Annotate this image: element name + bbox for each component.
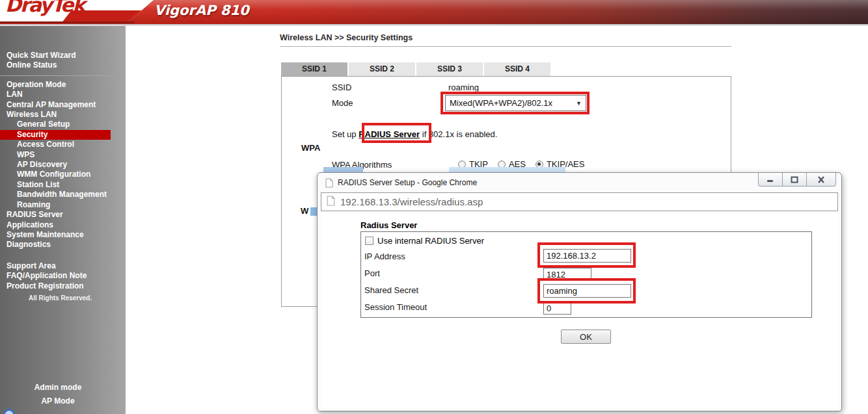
radius-popup-window: RADIUS Server Setup - Google Chrome 192.… xyxy=(317,172,842,411)
admin-mode-label: Admin mode xyxy=(0,381,116,395)
status-orb-icon xyxy=(3,409,15,414)
address-bar-url: 192.168.13.3/wireless/radius.asp xyxy=(340,196,483,207)
wpa-section-label: WPA xyxy=(301,143,320,153)
minimize-button[interactable] xyxy=(758,173,783,187)
chevron-down-icon: ▼ xyxy=(576,100,582,107)
session-timeout-input[interactable] xyxy=(543,302,571,315)
ssid-label: SSID xyxy=(332,83,351,92)
ssid-tabs: SSID 1 SSID 2 SSID 3 SSID 4 xyxy=(281,62,550,76)
sidebar-item-support-area[interactable]: Support Area xyxy=(0,261,126,271)
radius-server-link[interactable]: RADIUS Server xyxy=(359,129,420,139)
close-icon xyxy=(817,176,825,183)
sidebar-item-general-setup[interactable]: General Setup xyxy=(0,120,126,129)
close-button[interactable] xyxy=(806,173,836,187)
note-prefix: Set up xyxy=(332,129,359,139)
maximize-button[interactable] xyxy=(782,173,807,187)
brand-logo-text: DrayTek xyxy=(5,0,84,16)
shared-secret-input[interactable] xyxy=(543,284,631,298)
shared-secret-label: Shared Secret xyxy=(364,285,418,295)
radius-server-groupbox: Use internal RADIUS Server IP Address Po… xyxy=(360,231,812,318)
sidebar-item-wps[interactable]: WPS xyxy=(0,150,126,160)
sidebar-item-wmm-configuration[interactable]: WMM Configuration xyxy=(0,170,126,179)
popup-content: Radius Server Use internal RADIUS Server… xyxy=(321,211,838,408)
tab-ssid-3[interactable]: SSID 3 xyxy=(416,62,483,76)
sidebar-item-quick-start-wizard[interactable]: Quick Start Wizard xyxy=(0,51,126,60)
breadcrumb-rule xyxy=(280,46,731,47)
mode-label: Mode xyxy=(332,98,353,108)
logo-underline xyxy=(0,21,134,23)
sidebar-item-faq-application-note[interactable]: FAQ/Application Note xyxy=(0,271,126,281)
port-input[interactable] xyxy=(543,268,591,281)
sidebar-item-central-ap-management[interactable]: Central AP Management xyxy=(0,100,126,110)
sidebar-item-lan[interactable]: LAN xyxy=(0,90,126,99)
sidebar-item-roaming[interactable]: Roaming xyxy=(0,200,126,210)
mode-select-value: Mixed(WPA+WPA2)/802.1x xyxy=(450,98,552,108)
use-internal-radius-label: Use internal RADIUS Server xyxy=(377,236,484,246)
screen: DrayTek VigorAP 810 Quick Start Wizard O… xyxy=(0,0,868,414)
sidebar-item-radius-server[interactable]: RADIUS Server xyxy=(0,210,126,220)
tab-ssid-2[interactable]: SSID 2 xyxy=(349,62,415,76)
rights-reserved-note: All Rights Reserved. xyxy=(0,294,126,303)
radius-setup-note: Set up RADIUS Server if 802.1x is enable… xyxy=(332,129,497,139)
sidebar-divider xyxy=(0,75,115,76)
tab-ssid-1[interactable]: SSID 1 xyxy=(281,62,347,76)
session-timeout-label: Session Timeout xyxy=(364,302,427,312)
product-title: VigorAP 810 xyxy=(154,3,249,18)
ap-mode-link[interactable]: AP Mode xyxy=(0,395,116,408)
window-controls xyxy=(759,173,836,187)
sidebar-item-ap-discovery[interactable]: AP Discovery xyxy=(0,160,126,170)
banner-edge xyxy=(0,24,868,26)
address-bar[interactable]: 192.168.13.3/wireless/radius.asp xyxy=(321,192,838,211)
popup-title-bar[interactable]: RADIUS Server Setup - Google Chrome xyxy=(318,173,841,192)
sidebar-item-system-maintenance[interactable]: System Maintenance xyxy=(0,230,126,240)
sidebar-item-wireless-lan[interactable]: Wireless LAN xyxy=(0,110,126,120)
sidebar-item-diagnostics[interactable]: Diagnostics xyxy=(0,240,126,250)
ip-address-input[interactable] xyxy=(543,249,631,263)
sidebar-item-online-status[interactable]: Online Status xyxy=(0,60,126,70)
breadcrumb: Wireless LAN >> Security Settings xyxy=(280,33,413,42)
port-label: Port xyxy=(364,268,380,278)
sidebar: Quick Start Wizard Online Status Operati… xyxy=(0,26,126,414)
sidebar-item-station-list[interactable]: Station List xyxy=(0,180,126,190)
ssid-value: roaming xyxy=(448,83,479,92)
sidebar-item-applications[interactable]: Applications xyxy=(0,220,126,230)
tab-ssid-4[interactable]: SSID 4 xyxy=(484,62,550,76)
page-icon xyxy=(325,178,333,188)
ok-button[interactable]: OK xyxy=(561,330,611,344)
maximize-icon xyxy=(791,176,798,183)
sidebar-item-access-control[interactable]: Access Control xyxy=(0,140,126,149)
note-suffix: if 802.1x is enabled. xyxy=(420,129,497,139)
minimize-icon xyxy=(766,176,774,183)
brand-logo: DrayTek xyxy=(0,0,154,21)
occluded-label-fragment: W xyxy=(301,206,308,216)
popup-title-text: RADIUS Server Setup - Google Chrome xyxy=(338,178,477,187)
sidebar-item-operation-mode[interactable]: Operation Mode xyxy=(0,80,126,90)
sidebar-item-product-registration[interactable]: Product Registration xyxy=(0,281,126,291)
mode-select[interactable]: Mixed(WPA+WPA2)/802.1x ▼ xyxy=(445,95,586,111)
page-icon xyxy=(327,196,335,208)
sidebar-item-bandwidth-management[interactable]: Bandwidth Management xyxy=(0,190,126,200)
sidebar-item-security[interactable]: Security xyxy=(0,130,111,140)
ip-address-label: IP Address xyxy=(364,252,405,261)
use-internal-radius-checkbox[interactable] xyxy=(365,237,373,245)
radius-server-heading: Radius Server xyxy=(360,220,417,230)
